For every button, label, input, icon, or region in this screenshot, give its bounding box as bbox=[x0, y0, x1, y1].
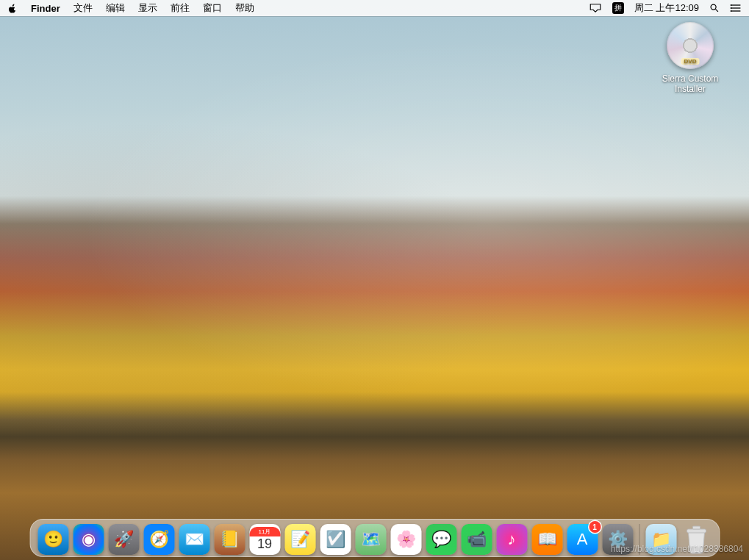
desktop-wallpaper bbox=[0, 0, 749, 560]
dock-photos[interactable]: 🌸 bbox=[390, 524, 421, 555]
dock-itunes[interactable]: ♪ bbox=[496, 524, 527, 555]
dock-ibooks[interactable]: 📖 bbox=[531, 524, 562, 555]
svg-rect-8 bbox=[687, 529, 706, 533]
menu-go[interactable]: 前往 bbox=[171, 1, 190, 15]
apple-menu-icon[interactable] bbox=[7, 3, 18, 13]
dvd-disc-icon bbox=[667, 22, 714, 69]
airplay-icon[interactable] bbox=[589, 3, 602, 13]
dock-finder[interactable]: 🙂 bbox=[37, 524, 68, 555]
menu-window[interactable]: 窗口 bbox=[203, 1, 222, 15]
dock-mail[interactable]: ✉️ bbox=[179, 524, 209, 555]
svg-point-0 bbox=[711, 4, 716, 10]
desktop-item-label: Sierra Custom Installer bbox=[653, 73, 727, 94]
watermark-text: https://blog.csdn.net/l1028386804 bbox=[611, 544, 743, 554]
calendar-day: 19 bbox=[257, 536, 272, 553]
svg-point-6 bbox=[731, 7, 732, 9]
dock-notes[interactable]: 📝 bbox=[284, 524, 315, 555]
dock-appstore[interactable]: A1 bbox=[567, 524, 598, 555]
dock-calendar[interactable]: 11月19 bbox=[249, 524, 280, 555]
calendar-month: 11月 bbox=[249, 527, 280, 536]
dock-maps[interactable]: 🗺️ bbox=[355, 524, 386, 555]
dock-safari[interactable]: 🧭 bbox=[143, 524, 174, 555]
svg-point-5 bbox=[731, 4, 732, 6]
menu-file[interactable]: 文件 bbox=[74, 1, 93, 15]
dock-facetime[interactable]: 📹 bbox=[461, 524, 492, 555]
appstore-badge: 1 bbox=[589, 521, 601, 533]
menubar-datetime[interactable]: 周二 上午12:09 bbox=[634, 1, 699, 15]
notification-center-icon[interactable] bbox=[730, 3, 742, 13]
dock-contacts[interactable]: 📒 bbox=[214, 524, 245, 555]
dock-launchpad[interactable]: 🚀 bbox=[108, 524, 139, 555]
dock-messages[interactable]: 💬 bbox=[426, 524, 456, 555]
svg-line-1 bbox=[715, 9, 718, 12]
svg-point-7 bbox=[731, 10, 732, 12]
desktop-item-dvd[interactable]: Sierra Custom Installer bbox=[653, 22, 727, 94]
input-method-icon[interactable]: 拼 bbox=[612, 2, 624, 14]
dock-siri[interactable]: ◉ bbox=[73, 524, 104, 555]
menu-edit[interactable]: 编辑 bbox=[106, 1, 125, 15]
menu-bar: Finder 文件 编辑 显示 前往 窗口 帮助 拼 周二 上午12:09 bbox=[0, 0, 749, 16]
menu-help[interactable]: 帮助 bbox=[235, 1, 254, 15]
svg-rect-9 bbox=[692, 526, 700, 529]
dock-reminders[interactable]: ☑️ bbox=[320, 524, 351, 555]
app-name[interactable]: Finder bbox=[31, 3, 60, 14]
menu-view[interactable]: 显示 bbox=[138, 1, 157, 15]
spotlight-icon[interactable] bbox=[709, 3, 720, 13]
